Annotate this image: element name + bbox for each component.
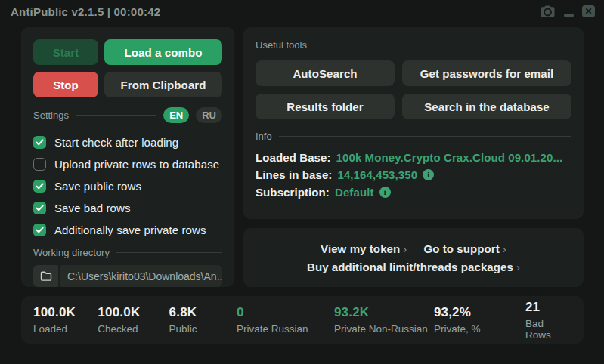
working-directory-label: Working directory [33, 247, 110, 258]
browse-folder-icon[interactable] [33, 265, 58, 287]
chevron-right-icon: › [503, 242, 506, 255]
go-to-support-link[interactable]: Go to support› [423, 242, 506, 255]
stat-value: 100.0K [33, 305, 98, 320]
useful-tools-header: Useful tools [256, 39, 571, 51]
stat-value: 93,2% [434, 305, 525, 320]
chevron-right-icon: › [403, 242, 407, 255]
subscription-row: Subscription: Default i [256, 184, 571, 201]
get-passwords-button[interactable]: Get passwords for email [402, 60, 571, 86]
checkbox-unchecked-icon[interactable] [33, 158, 46, 171]
working-directory-header: Working directory [33, 247, 222, 258]
lines-in-base-key: Lines in base: [256, 168, 332, 181]
useful-tools-label: Useful tools [256, 39, 307, 51]
checkbox-label: Additionally save private rows [54, 224, 206, 236]
run-buttons: Start Load a combo Stop From Clipboard [33, 39, 222, 97]
lines-in-base-row: Lines in base: 14,164,453,350 i [256, 166, 571, 184]
stat-loaded: 100.0K Loaded [33, 305, 98, 335]
stop-button[interactable]: Stop [33, 72, 98, 97]
loaded-base-value: 100k Money.Crypto Crax.Cloud 09.01.20... [336, 151, 563, 164]
title-bar: AntiPublic v2.1.5 | 00:00:42 ✕ [0, 0, 604, 23]
buy-packages-link[interactable]: Buy additional limit/threads packages› [307, 261, 520, 273]
checkbox-label: Start check after loading [54, 136, 178, 149]
tools-info-panel: Useful tools AutoSearch Get passwords fo… [243, 27, 584, 219]
close-icon[interactable]: ✕ [582, 5, 595, 17]
checkbox-upload-private-rows[interactable]: Upload private rows to database [33, 153, 222, 175]
stat-label: Public [169, 323, 237, 335]
control-panel: Start Load a combo Stop From Clipboard S… [21, 27, 234, 287]
language-ru-toggle[interactable]: RU [196, 107, 222, 123]
checkbox-checked-icon[interactable] [33, 224, 46, 236]
stat-label: Bad Rows [525, 318, 571, 341]
stat-private-non-russian: 93.2K Private Non-Russian [334, 305, 434, 335]
divider [76, 115, 156, 116]
info-circle-icon[interactable]: i [423, 169, 434, 180]
screenshot-camera-icon[interactable] [540, 5, 556, 17]
checkbox-save-bad-rows[interactable]: Save bad rows [33, 197, 222, 219]
checkbox-start-check-after-loading[interactable]: Start check after loading [33, 131, 222, 153]
stat-label: Loaded [33, 323, 98, 335]
info-label: Info [256, 131, 272, 142]
checkbox-label: Upload private rows to database [54, 158, 219, 171]
stat-label: Private Non-Russian [334, 323, 434, 335]
links-panel: View my token› Go to support› Buy additi… [243, 228, 584, 287]
stat-checked: 100.0K Checked [98, 305, 169, 335]
lines-in-base-value: 14,164,453,350 [337, 168, 417, 181]
checkbox-label: Save bad rows [54, 202, 131, 214]
load-combo-button[interactable]: Load a combo [104, 39, 222, 65]
from-clipboard-button[interactable]: From Clipboard [104, 72, 222, 97]
divider [116, 252, 222, 253]
search-database-button[interactable]: Search in the database [402, 94, 571, 119]
loaded-base-row: Loaded Base: 100k Money.Crypto Crax.Clou… [256, 149, 571, 166]
results-folder-button[interactable]: Results folder [256, 94, 395, 119]
checkbox-checked-icon[interactable] [33, 180, 46, 193]
autosearch-button[interactable]: AutoSearch [256, 60, 395, 86]
stats-bar: 100.0K Loaded 100.0K Checked 6.8K Public… [21, 296, 584, 344]
buy-packages-text: Buy additional limit/threads packages [307, 261, 513, 273]
checkbox-label: Save public rows [54, 180, 141, 193]
stat-value: 93.2K [334, 305, 434, 320]
working-directory-control: C:\Users\kirito03\Downloads\An... [33, 265, 222, 287]
info-circle-icon[interactable]: i [379, 187, 391, 198]
language-en-toggle[interactable]: EN [163, 107, 189, 123]
go-to-support-text: Go to support [423, 242, 499, 255]
stat-public: 6.8K Public [169, 305, 237, 335]
chevron-right-icon: › [516, 261, 520, 273]
stat-label: Private Russian [237, 323, 334, 335]
window-title: AntiPublic v2.1.5 | 00:00:42 [11, 5, 160, 18]
settings-label: Settings [33, 110, 69, 121]
settings-checkbox-list: Start check after loading Upload private… [33, 131, 222, 241]
checkbox-checked-icon[interactable] [33, 136, 46, 149]
links-row-bottom: Buy additional limit/threads packages› [307, 261, 520, 273]
checkbox-additionally-save-private-rows[interactable]: Additionally save private rows [33, 219, 222, 241]
divider [314, 45, 571, 45]
info-header: Info [256, 131, 571, 142]
stat-value: 6.8K [169, 305, 237, 320]
stat-private-percent: 93,2% Private, % [434, 305, 525, 335]
start-button[interactable]: Start [33, 39, 98, 65]
checkbox-checked-icon[interactable] [33, 202, 46, 214]
stat-bad-rows: 21 Bad Rows [525, 300, 571, 341]
stat-value: 100.0K [98, 305, 169, 320]
checkbox-save-public-rows[interactable]: Save public rows [33, 175, 222, 197]
subscription-key: Subscription: [256, 186, 330, 199]
minimize-icon[interactable] [564, 7, 574, 17]
view-my-token-text: View my token [321, 242, 400, 255]
stat-value: 21 [525, 300, 571, 315]
view-my-token-link[interactable]: View my token› [321, 242, 407, 255]
stat-label: Private, % [434, 323, 525, 335]
info-rows: Loaded Base: 100k Money.Crypto Crax.Clou… [256, 149, 571, 201]
useful-tools-buttons: AutoSearch Get passwords for email Resul… [256, 60, 571, 119]
stat-private-russian: 0 Private Russian [237, 305, 334, 335]
settings-header: Settings EN RU [33, 107, 222, 123]
stat-label: Checked [98, 323, 169, 335]
window-controls: ✕ [540, 5, 595, 17]
working-directory-path[interactable]: C:\Users\kirito03\Downloads\An... [60, 265, 222, 287]
links-row-top: View my token› Go to support› [321, 242, 506, 255]
loaded-base-key: Loaded Base: [256, 151, 331, 164]
subscription-value: Default [335, 186, 374, 199]
stat-value: 0 [237, 305, 334, 320]
divider [279, 136, 571, 137]
